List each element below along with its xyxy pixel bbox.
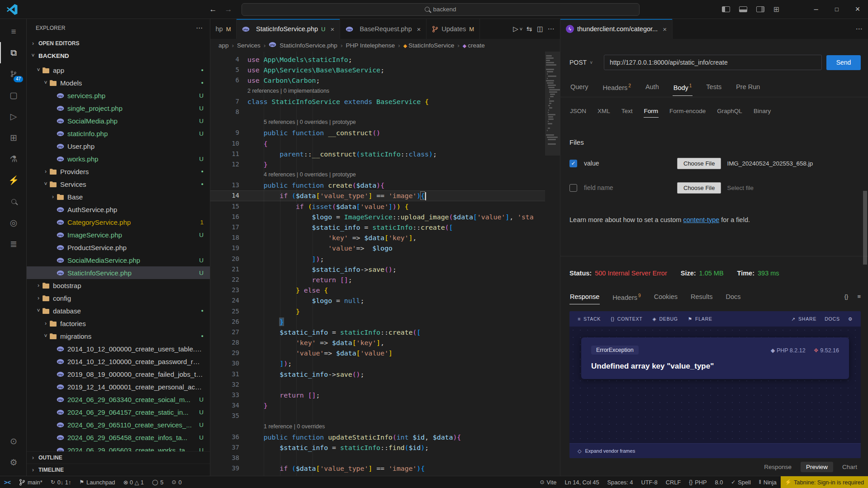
debug-console-icon[interactable]: ◎: [0, 212, 26, 233]
send-button[interactable]: Send: [826, 55, 861, 70]
eol[interactable]: CRLF: [662, 476, 685, 488]
stack-button[interactable]: ≡STACK: [578, 316, 601, 322]
panel-more-icon[interactable]: ⋯: [854, 25, 864, 33]
problems[interactable]: ⊗ 0 △ 1: [119, 476, 147, 488]
code-line-7[interactable]: 7class StaticInfoService extends BaseSer…: [210, 96, 560, 107]
code-line-22[interactable]: 22 return [];: [210, 275, 560, 285]
code-line-28[interactable]: 28 'key' => $data['key'],: [210, 337, 560, 348]
tab-thunder-client[interactable]: ϟ thunderclient.com/categor... ×: [560, 19, 673, 39]
format-icon[interactable]: {}: [844, 293, 849, 300]
git-branch[interactable]: main*: [15, 476, 47, 488]
preview-mode-response[interactable]: Response: [759, 462, 797, 472]
tree-file-authservice-php[interactable]: phpAuthService.php: [27, 203, 210, 216]
tree-file-categoryservice-php[interactable]: phpCategoryService.php1: [27, 216, 210, 228]
tree-file-socialmediaservice-php[interactable]: phpSocialMediaService.phpU: [27, 254, 210, 266]
code-line-12[interactable]: 12 }: [210, 159, 560, 170]
code-line-23[interactable]: 23 } else {: [210, 285, 560, 295]
checkbox[interactable]: [569, 184, 577, 192]
settings-gear-icon[interactable]: ⚙: [0, 452, 26, 473]
compare-icon[interactable]: ⇆: [524, 25, 535, 33]
tree-file-staticinfoservice-php[interactable]: phpStaticInfoService.phpU: [27, 266, 210, 279]
workspace-root[interactable]: ˅ BACKEND: [27, 49, 210, 62]
package-icon[interactable]: ▢: [0, 85, 26, 106]
minimize-button[interactable]: ─: [806, 0, 826, 19]
code-line-14[interactable]: 14 if ($data['value_type'] == 'image'){: [210, 190, 560, 201]
run-debug-icon[interactable]: ▷: [0, 106, 26, 127]
body-tab-xml[interactable]: XML: [597, 106, 611, 117]
tree-file-imageservice-php[interactable]: phpImageService.phpU: [27, 228, 210, 241]
layers-icon[interactable]: ≣: [0, 233, 26, 255]
url-input[interactable]: http://127.0.0.1:8000/api/static_info/cr…: [604, 55, 822, 70]
preview-mode-chart[interactable]: Chart: [837, 462, 863, 472]
info-count[interactable]: ◯5: [148, 476, 168, 488]
code-line-39[interactable]: 39 if ($data['value_type'] == 'image'){: [210, 463, 560, 474]
filter-icon[interactable]: ≡: [857, 293, 861, 300]
close-icon[interactable]: ×: [417, 25, 421, 33]
source-control-icon[interactable]: 47: [0, 63, 26, 85]
content-type-link[interactable]: content-type: [683, 216, 719, 223]
breadcrumb-php-intelephense[interactable]: PHP Intelephense: [346, 42, 395, 49]
zap-icon[interactable]: ⚡: [0, 170, 26, 191]
code-line-27[interactable]: 27 $static_info = staticInfo::create([: [210, 327, 560, 337]
choose-file-button[interactable]: Choose File: [677, 158, 721, 169]
code-line-24[interactable]: 24 $logo = null;: [210, 295, 560, 306]
code-line-9[interactable]: 9 public function __construct(): [210, 128, 560, 138]
minimap-slider[interactable]: [545, 52, 560, 156]
request-tab-pre-run[interactable]: Pre Run: [735, 81, 761, 95]
response-tab-cookies[interactable]: Cookies: [654, 291, 678, 304]
code-line-8[interactable]: 8: [210, 107, 560, 117]
choose-file-button[interactable]: Choose File: [677, 182, 721, 194]
code-line-37[interactable]: 37 $static_info = staticInfo::find($id);: [210, 442, 560, 453]
encoding[interactable]: UTF-8: [637, 476, 661, 488]
vite[interactable]: ⊙Vite: [536, 476, 561, 488]
field-name-input[interactable]: field name: [584, 184, 677, 191]
body-tab-form-encode[interactable]: Form-encode: [669, 106, 706, 117]
code-line-36[interactable]: 36 public function updateStaticInfo(int …: [210, 432, 560, 442]
minimap[interactable]: [545, 52, 560, 476]
code-line-11[interactable]: 11 parent::__construct(staticInfo::class…: [210, 149, 560, 159]
git-sync[interactable]: ↻0↓ 1↑: [47, 476, 76, 488]
request-tab-query[interactable]: Query: [569, 81, 589, 95]
code-line-17[interactable]: 17 $static_info = staticInfo::create([: [210, 222, 560, 232]
preview-mode-preview[interactable]: Preview: [801, 462, 833, 472]
code-line-32[interactable]: 32: [210, 379, 560, 390]
response-tab-docs[interactable]: Docs: [725, 291, 741, 304]
close-icon[interactable]: ×: [330, 25, 334, 33]
tree-folder-models[interactable]: ˅Models●: [27, 76, 210, 89]
tab-updates[interactable]: UpdatesM: [427, 19, 480, 39]
tree-file-productservice-php[interactable]: phpProductService.php: [27, 241, 210, 254]
tree-file-services-php[interactable]: phpservices.phpU: [27, 89, 210, 102]
tab-baserequest-php[interactable]: phpBaseRequest.php×: [340, 19, 427, 39]
launchpad[interactable]: ⚑Launchpad: [75, 476, 119, 488]
close-button[interactable]: ×: [847, 0, 868, 19]
tree-file-2024-06-29-064157-create-static-in[interactable]: php2024_06_29_064157_create_static_in...…: [27, 406, 210, 418]
tree-file-2014-10-12-000000-create-users-table-p[interactable]: php2014_10_12_000000_create_users_table.…: [27, 342, 210, 355]
expand-vendor-frames[interactable]: ◇ Expand vendor frames: [569, 443, 861, 458]
tree-file-2019-12-14-000001-create-personal-acc[interactable]: php2019_12_14_000001_create_personal_acc…: [27, 380, 210, 393]
field-name-input[interactable]: value: [584, 160, 677, 167]
response-tab-response[interactable]: Response: [569, 291, 600, 304]
settings-button[interactable]: ⚙: [848, 316, 853, 322]
docs-button[interactable]: DOCS: [825, 316, 840, 322]
breadcrumb-app[interactable]: app: [218, 42, 229, 49]
tree-folder-base[interactable]: ›Base: [27, 190, 210, 203]
cursor-position[interactable]: Ln 14, Col 45: [560, 476, 603, 488]
body-tab-binary[interactable]: Binary: [753, 106, 771, 117]
code-editor[interactable]: 4use App\Models\staticInfo;5use App\Serv…: [210, 52, 560, 476]
tree-folder-app[interactable]: ˅app●: [27, 64, 210, 76]
back-button[interactable]: ←: [205, 5, 221, 14]
body-tab-form[interactable]: Form: [644, 106, 659, 118]
tree-file-2024-06-29-065110-create-services[interactable]: php2024_06_29_065110_create_services_...…: [27, 418, 210, 431]
request-tab-tests[interactable]: Tests: [705, 81, 722, 95]
tree-file-works-php[interactable]: phpworks.phpU: [27, 152, 210, 165]
flare-button[interactable]: ⚑FLARE: [688, 316, 712, 322]
code-line-30[interactable]: 30 ]);: [210, 358, 560, 369]
tree-folder-services[interactable]: ˅Services●: [27, 178, 210, 190]
context-button[interactable]: {}CONTEXT: [611, 316, 642, 322]
breadcrumb-staticinfoservice-php[interactable]: phpStaticInfoService.php: [269, 42, 337, 49]
code-line-18[interactable]: 18 'key' => $data['key'],: [210, 232, 560, 243]
toggle-secondary-sidebar-icon[interactable]: [756, 6, 764, 12]
breadcrumb-services[interactable]: Services: [237, 42, 261, 49]
code-line-21[interactable]: 21 $static_info->save();: [210, 264, 560, 275]
code-line-34[interactable]: 34 }: [210, 400, 560, 411]
